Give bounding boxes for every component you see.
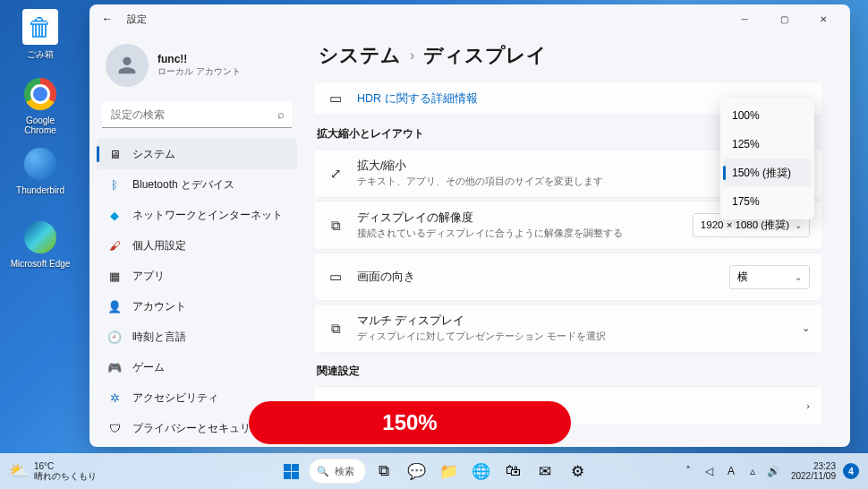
- notification-count: 4: [848, 467, 854, 476]
- accessibility-icon: ✲: [107, 391, 122, 405]
- sidebar: func!! ローカル アカウント ⌕ 🖥システム ᛒBluetooth とデバ…: [89, 33, 304, 447]
- back-button[interactable]: ←: [97, 8, 118, 30]
- titlebar: ← 設定 ─ ▢ ✕: [89, 4, 850, 33]
- edge-icon: [22, 219, 58, 255]
- close-button[interactable]: ✕: [804, 6, 843, 31]
- card-orientation[interactable]: ▭ 画面の向き 横 ⌄: [313, 253, 823, 301]
- weather-cond: 晴れのちくもり: [34, 471, 97, 482]
- sidebar-item-system[interactable]: 🖥システム: [97, 139, 297, 169]
- apps-icon: ▦: [107, 270, 122, 283]
- sidebar-item-account[interactable]: 👤アカウント: [97, 291, 297, 322]
- breadcrumb-current: ディスプレイ: [423, 42, 547, 69]
- desktop-icon-chrome[interactable]: Google Chrome: [9, 76, 72, 135]
- sidebar-item-time[interactable]: 🕘時刻と言語: [97, 322, 297, 352]
- card-subtitle: ディスプレイに対してプレゼンテーション モードを選択: [357, 330, 793, 343]
- annotation-text: 150%: [382, 410, 437, 435]
- scale-option-175[interactable]: 175%: [723, 187, 812, 216]
- start-button[interactable]: [277, 457, 305, 485]
- window-title: 設定: [127, 13, 147, 26]
- tray-volume-icon[interactable]: 🔊: [764, 465, 784, 477]
- scale-option-100[interactable]: 100%: [723, 101, 812, 130]
- task-view-button[interactable]: ⧉: [370, 457, 398, 485]
- desktop-icon-label: Google Chrome: [9, 116, 72, 135]
- taskbar-settings[interactable]: ⚙: [563, 457, 591, 485]
- tray-network-icon[interactable]: ▵: [743, 465, 762, 477]
- sidebar-item-label: Bluetooth とデバイス: [132, 177, 234, 193]
- scale-option-150[interactable]: 150% (推奨): [723, 159, 812, 187]
- bluetooth-icon: ᛒ: [107, 178, 122, 192]
- settings-window: ← 設定 ─ ▢ ✕ func!! ローカル アカウント ⌕ 🖥システム ᛒBl…: [89, 4, 850, 447]
- sidebar-item-label: アカウント: [132, 299, 186, 314]
- tray-location-icon[interactable]: ◁: [700, 465, 719, 477]
- chevron-down-icon: ⌄: [795, 220, 802, 230]
- card-title: 画面の向き: [357, 270, 729, 285]
- system-icon: 🖥: [107, 148, 122, 161]
- annotation-badge: 150%: [249, 401, 571, 444]
- clock-time: 23:23: [791, 461, 836, 472]
- sidebar-item-label: 個人用設定: [132, 238, 186, 253]
- system-tray: ˄ ◁ A ▵ 🔊 23:23 2022/11/09 4: [678, 461, 859, 482]
- user-subtitle: ローカル アカウント: [157, 65, 241, 78]
- search-label: 検索: [335, 465, 354, 478]
- select-value: 1920 × 1080 (推奨): [701, 219, 789, 232]
- taskbar-weather[interactable]: ⛅ 16°C 晴れのちくもり: [9, 461, 97, 482]
- tray-ime[interactable]: A: [721, 465, 741, 477]
- taskbar: ⛅ 16°C 晴れのちくもり 🔍検索 ⧉ 💬 📁 🌐 🛍 ✉ ⚙ ˄ ◁ A ▵…: [0, 453, 868, 489]
- chevron-down-icon: ⌄: [795, 272, 802, 282]
- windows-icon: [284, 464, 299, 479]
- search-icon: 🔍: [317, 466, 329, 477]
- taskbar-clock[interactable]: 23:23 2022/11/09: [791, 461, 836, 482]
- scale-option-125[interactable]: 125%: [723, 130, 812, 159]
- breadcrumb: システム › ディスプレイ: [313, 42, 823, 69]
- taskbar-mail[interactable]: ✉: [531, 457, 559, 485]
- card-title: ディスプレイの解像度: [357, 210, 693, 226]
- sidebar-item-bluetooth[interactable]: ᛒBluetooth とデバイス: [97, 169, 297, 200]
- weather-icon: ⛅: [9, 461, 29, 481]
- avatar-icon: [106, 44, 149, 87]
- option-label: 175%: [732, 195, 760, 208]
- weather-temp: 16°C: [34, 461, 97, 472]
- taskbar-explorer[interactable]: 📁: [434, 457, 463, 485]
- sidebar-item-label: ゲーム: [132, 360, 165, 375]
- chevron-right-icon: ›: [806, 400, 810, 411]
- minimize-button[interactable]: ─: [725, 6, 764, 31]
- resolution-icon: ⧉: [327, 218, 345, 234]
- card-title: マルチ ディスプレイ: [357, 313, 793, 329]
- option-label: 100%: [732, 109, 760, 122]
- desktop-icon-recycle-bin[interactable]: ごみ箱: [9, 9, 72, 61]
- taskbar-chat[interactable]: 💬: [402, 457, 430, 485]
- clock-date: 2022/11/09: [791, 471, 836, 482]
- maximize-button[interactable]: ▢: [764, 6, 804, 31]
- game-icon: 🎮: [107, 361, 122, 374]
- desktop-icon-label: Thunderbird: [9, 185, 72, 195]
- user-name: func!!: [157, 53, 241, 65]
- desktop-icon-edge[interactable]: Microsoft Edge: [9, 219, 72, 269]
- taskbar-search[interactable]: 🔍検索: [309, 459, 366, 484]
- section-title-related: 関連設定: [317, 364, 823, 379]
- search-wrap: ⌕: [102, 101, 292, 128]
- search-input[interactable]: [102, 101, 292, 128]
- sidebar-item-network[interactable]: ◆ネットワークとインターネット: [97, 200, 297, 230]
- option-label: 125%: [732, 138, 760, 150]
- sidebar-item-label: アプリ: [132, 269, 165, 284]
- notification-badge[interactable]: 4: [843, 463, 859, 479]
- chevron-right-icon: ›: [410, 47, 414, 64]
- clock-icon: 🕘: [107, 330, 122, 344]
- user-row[interactable]: func!! ローカル アカウント: [97, 33, 297, 101]
- desktop-icon-thunderbird[interactable]: Thunderbird: [9, 146, 72, 195]
- recycle-bin-icon: [22, 9, 58, 45]
- brush-icon: 🖌: [107, 239, 122, 253]
- thunderbird-icon: [22, 146, 58, 182]
- breadcrumb-root[interactable]: システム: [319, 42, 401, 69]
- taskbar-edge[interactable]: 🌐: [466, 457, 495, 485]
- card-multi-display[interactable]: ⧉ マルチ ディスプレイ ディスプレイに対してプレゼンテーション モードを選択 …: [313, 304, 823, 353]
- orientation-select[interactable]: 横 ⌄: [729, 265, 810, 289]
- taskbar-store[interactable]: 🛍: [498, 457, 527, 485]
- sidebar-item-label: 時刻と言語: [132, 330, 186, 345]
- orientation-icon: ▭: [327, 269, 345, 285]
- search-icon: ⌕: [277, 107, 285, 121]
- sidebar-item-gaming[interactable]: 🎮ゲーム: [97, 352, 297, 382]
- sidebar-item-personalization[interactable]: 🖌個人用設定: [97, 230, 297, 261]
- tray-overflow[interactable]: ˄: [678, 465, 698, 477]
- sidebar-item-apps[interactable]: ▦アプリ: [97, 261, 297, 291]
